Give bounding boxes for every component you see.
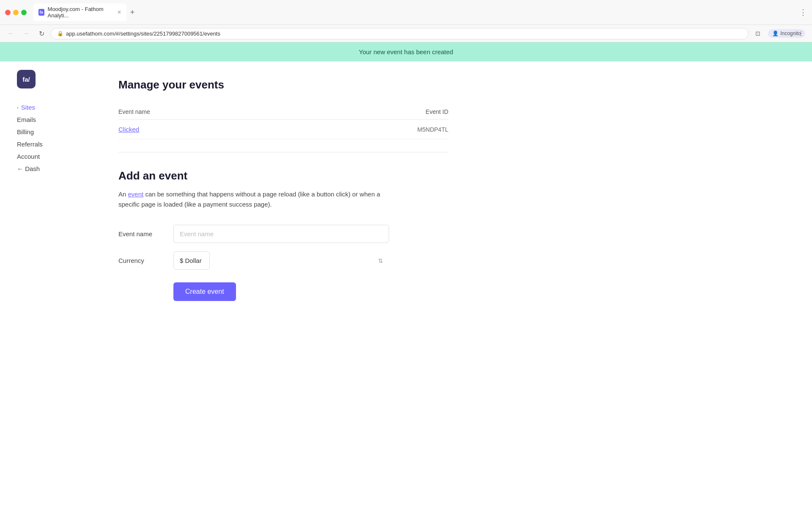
back-button[interactable]: ← xyxy=(5,28,17,39)
manage-events-title: Manage your events xyxy=(118,78,448,91)
billing-label: Billing xyxy=(17,128,34,135)
tab-close-button[interactable]: ✕ xyxy=(117,9,121,15)
main-content: Manage your events Event name Event ID C… xyxy=(93,61,474,508)
cast-icon[interactable]: ⊡ xyxy=(752,28,764,39)
description-before-link: An xyxy=(118,190,128,198)
referrals-label: Referrals xyxy=(17,141,43,148)
col-header-event-name: Event name xyxy=(118,104,285,120)
sidebar-item-emails[interactable]: Emails xyxy=(17,113,93,126)
create-event-button[interactable]: Create event xyxy=(173,282,236,301)
reload-button[interactable]: ↻ xyxy=(36,28,47,39)
close-dot[interactable] xyxy=(5,10,11,15)
col-header-event-id: Event ID xyxy=(285,104,448,120)
browser-titlebar: fa Moodjoy.com - Fathom Analyti... ✕ + ⋮ xyxy=(0,0,812,25)
success-banner: Your new event has been created xyxy=(0,42,812,61)
app-layout: fa/ › Sites Emails Billing Referrals Acc… xyxy=(0,61,812,508)
logo-text: fa/ xyxy=(22,76,30,83)
sidebar-item-account[interactable]: Account xyxy=(17,150,93,163)
add-event-title: Add an event xyxy=(118,169,448,182)
currency-row: Currency $ Dollar€ Euro£ Pound¥ Yen xyxy=(118,251,448,270)
event-name-label: Event name xyxy=(118,230,173,237)
new-tab-button[interactable]: + xyxy=(126,6,138,18)
lock-icon: 🔒 xyxy=(57,30,63,36)
event-name-row: Event name xyxy=(118,225,448,243)
sidebar-nav: › Sites Emails Billing Referrals Account… xyxy=(17,101,93,175)
forward-button[interactable]: → xyxy=(20,28,32,39)
account-label: Account xyxy=(17,153,40,160)
events-table: Event name Event ID Clicked M5NDP4TL xyxy=(118,104,448,139)
browser-window-controls xyxy=(5,10,27,15)
browser-more-button[interactable]: ⋮ xyxy=(799,8,807,17)
sidebar-item-sites[interactable]: › Sites xyxy=(17,101,93,113)
maximize-dot[interactable] xyxy=(21,10,27,15)
sites-arrow-icon: › xyxy=(17,105,19,110)
browser-tabs: fa Moodjoy.com - Fathom Analyti... ✕ + xyxy=(33,3,796,21)
profile-icon[interactable]: 👤 Incognito xyxy=(781,28,793,39)
currency-select[interactable]: $ Dollar€ Euro£ Pound¥ Yen xyxy=(173,251,210,270)
currency-label: Currency xyxy=(118,257,173,264)
currency-select-wrapper: $ Dollar€ Euro£ Pound¥ Yen xyxy=(173,251,389,270)
incognito-icon: 👤 xyxy=(772,30,779,36)
url-text: app.usefathom.com/#/settings/sites/22517… xyxy=(66,30,742,37)
sidebar-item-billing[interactable]: Billing xyxy=(17,126,93,138)
event-name-input[interactable] xyxy=(173,225,389,243)
table-row: Clicked M5NDP4TL xyxy=(118,120,448,139)
section-divider xyxy=(118,152,448,152)
event-id-cell: M5NDP4TL xyxy=(285,120,448,139)
sites-label: Sites xyxy=(21,104,35,111)
emails-label: Emails xyxy=(17,116,36,123)
event-name-link[interactable]: Clicked xyxy=(118,126,139,133)
event-doc-link[interactable]: event xyxy=(128,190,144,198)
sidebar: fa/ › Sites Emails Billing Referrals Acc… xyxy=(0,61,93,508)
browser-chrome: fa Moodjoy.com - Fathom Analyti... ✕ + ⋮… xyxy=(0,0,812,42)
success-message: Your new event has been created xyxy=(359,48,453,55)
dash-label: ← Dash xyxy=(17,165,40,172)
minimize-dot[interactable] xyxy=(13,10,19,15)
address-bar[interactable]: 🔒 app.usefathom.com/#/settings/sites/225… xyxy=(51,28,749,39)
sidebar-item-referrals[interactable]: Referrals xyxy=(17,138,93,150)
active-tab[interactable]: fa Moodjoy.com - Fathom Analyti... ✕ xyxy=(33,3,126,21)
add-event-description: An event can be something that happens w… xyxy=(118,189,381,210)
tab-title: Moodjoy.com - Fathom Analyti... xyxy=(48,6,114,19)
tab-favicon: fa xyxy=(38,9,44,16)
browser-menu-button[interactable]: ⋮ xyxy=(795,28,807,39)
app-logo[interactable]: fa/ xyxy=(17,70,36,88)
browser-toolbar-icons: ⊡ ☆ 👤 Incognito ⋮ xyxy=(752,28,807,39)
description-after-link: can be something that happens without a … xyxy=(118,190,380,208)
browser-toolbar: ← → ↻ 🔒 app.usefathom.com/#/settings/sit… xyxy=(0,25,812,42)
sidebar-item-dash[interactable]: ← Dash xyxy=(17,163,93,175)
